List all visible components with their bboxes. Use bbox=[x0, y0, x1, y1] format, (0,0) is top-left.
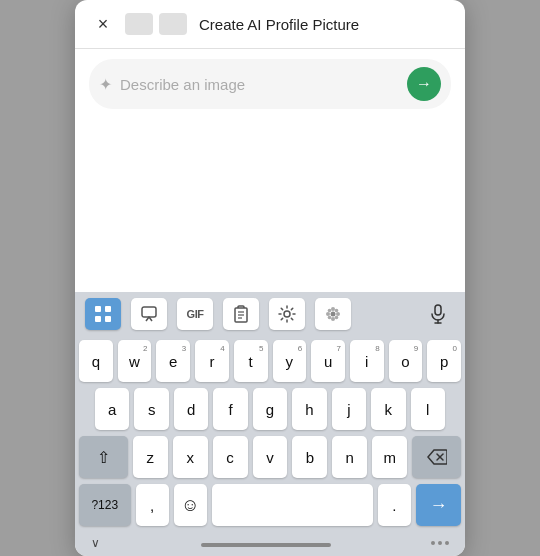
svg-rect-1 bbox=[105, 306, 111, 312]
header: × Create AI Profile Picture bbox=[75, 0, 465, 49]
key-a[interactable]: a bbox=[95, 388, 129, 430]
svg-rect-0 bbox=[95, 306, 101, 312]
key-i[interactable]: i8 bbox=[350, 340, 384, 382]
svg-point-11 bbox=[331, 307, 335, 311]
keyboard: q w2 e3 r4 t5 y6 u7 i8 o9 p0 a s d f g h… bbox=[75, 336, 465, 532]
key-e[interactable]: e3 bbox=[156, 340, 190, 382]
key-z[interactable]: z bbox=[133, 436, 168, 478]
svg-point-16 bbox=[335, 309, 339, 313]
key-emoji[interactable]: ☺ bbox=[174, 484, 207, 526]
key-t[interactable]: t5 bbox=[234, 340, 268, 382]
header-icon-2 bbox=[159, 13, 187, 35]
phone-panel: × Create AI Profile Picture ✦ Describe a… bbox=[75, 0, 465, 556]
key-row-3: ⇧ z x c v b n m bbox=[79, 436, 461, 478]
svg-point-18 bbox=[335, 316, 339, 320]
search-bar[interactable]: ✦ Describe an image → bbox=[89, 59, 451, 109]
header-icon-1 bbox=[125, 13, 153, 35]
key-n[interactable]: n bbox=[332, 436, 367, 478]
sparkle-icon: ✦ bbox=[99, 75, 112, 94]
toolbar-mic-button[interactable] bbox=[421, 298, 455, 330]
key-v[interactable]: v bbox=[253, 436, 288, 478]
key-m[interactable]: m bbox=[372, 436, 407, 478]
key-shift[interactable]: ⇧ bbox=[79, 436, 128, 478]
search-placeholder: Describe an image bbox=[120, 76, 399, 93]
key-numsym[interactable]: ?123 bbox=[79, 484, 131, 526]
toolbar-settings-button[interactable] bbox=[269, 298, 305, 330]
key-u[interactable]: u7 bbox=[311, 340, 345, 382]
toolbar-gif-button[interactable]: GIF bbox=[177, 298, 213, 330]
key-period[interactable]: . bbox=[378, 484, 411, 526]
key-p[interactable]: p0 bbox=[427, 340, 461, 382]
svg-point-13 bbox=[326, 312, 330, 316]
svg-rect-19 bbox=[435, 305, 441, 315]
key-x[interactable]: x bbox=[173, 436, 208, 478]
toolbar-sticker-button[interactable] bbox=[131, 298, 167, 330]
key-row-1: q w2 e3 r4 t5 y6 u7 i8 o9 p0 bbox=[79, 340, 461, 382]
key-comma[interactable]: , bbox=[136, 484, 169, 526]
key-c[interactable]: c bbox=[213, 436, 248, 478]
key-h[interactable]: h bbox=[292, 388, 326, 430]
key-space[interactable] bbox=[212, 484, 373, 526]
bottom-dots bbox=[431, 541, 449, 545]
key-b[interactable]: b bbox=[292, 436, 327, 478]
home-indicator bbox=[201, 543, 331, 547]
key-q[interactable]: q bbox=[79, 340, 113, 382]
svg-point-14 bbox=[336, 312, 340, 316]
key-action[interactable]: → bbox=[416, 484, 461, 526]
key-row-4: ?123 , ☺ . → bbox=[79, 484, 461, 526]
svg-point-15 bbox=[328, 309, 332, 313]
go-button[interactable]: → bbox=[407, 67, 441, 101]
svg-rect-3 bbox=[105, 316, 111, 322]
toolbar-grid-button[interactable] bbox=[85, 298, 121, 330]
toolbar-flower-button[interactable] bbox=[315, 298, 351, 330]
content-area bbox=[75, 115, 465, 292]
key-row-2: a s d f g h j k l bbox=[79, 388, 461, 430]
svg-point-9 bbox=[284, 311, 290, 317]
svg-point-12 bbox=[331, 317, 335, 321]
svg-point-17 bbox=[328, 316, 332, 320]
key-w[interactable]: w2 bbox=[118, 340, 152, 382]
dot-3 bbox=[445, 541, 449, 545]
key-j[interactable]: j bbox=[332, 388, 366, 430]
close-button[interactable]: × bbox=[89, 10, 117, 38]
chevron-down-icon[interactable]: ∨ bbox=[91, 536, 100, 550]
key-l[interactable]: l bbox=[411, 388, 445, 430]
toolbar-clipboard-button[interactable] bbox=[223, 298, 259, 330]
page-title: Create AI Profile Picture bbox=[199, 16, 451, 33]
svg-rect-4 bbox=[142, 307, 156, 317]
key-k[interactable]: k bbox=[371, 388, 405, 430]
key-delete[interactable] bbox=[412, 436, 461, 478]
dot-2 bbox=[438, 541, 442, 545]
keyboard-toolbar: GIF bbox=[75, 292, 465, 336]
key-f[interactable]: f bbox=[213, 388, 247, 430]
svg-rect-2 bbox=[95, 316, 101, 322]
key-y[interactable]: y6 bbox=[273, 340, 307, 382]
key-r[interactable]: r4 bbox=[195, 340, 229, 382]
bottom-bar: ∨ bbox=[75, 532, 465, 556]
header-icons bbox=[125, 13, 187, 35]
key-g[interactable]: g bbox=[253, 388, 287, 430]
key-o[interactable]: o9 bbox=[389, 340, 423, 382]
svg-point-10 bbox=[331, 312, 336, 317]
bottom-row: ∨ bbox=[75, 536, 465, 550]
dot-1 bbox=[431, 541, 435, 545]
key-d[interactable]: d bbox=[174, 388, 208, 430]
key-s[interactable]: s bbox=[134, 388, 168, 430]
